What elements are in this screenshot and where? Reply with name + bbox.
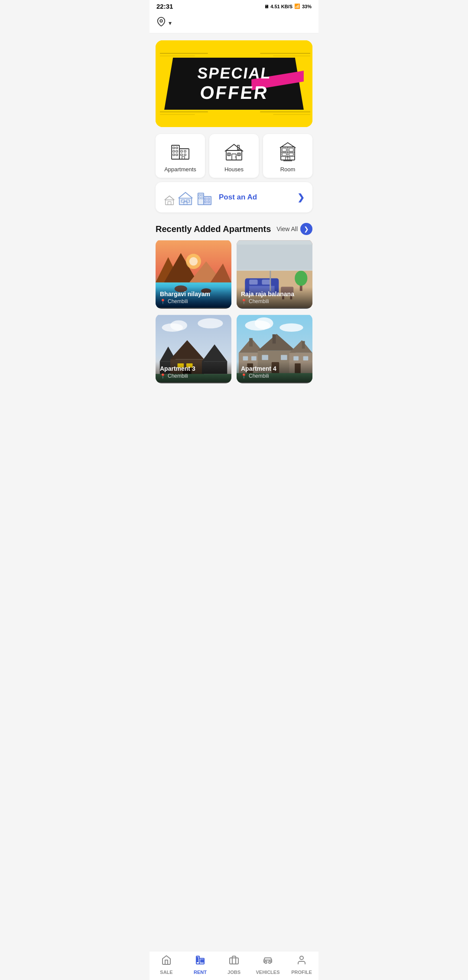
location-pin-icon xyxy=(156,17,166,29)
category-room[interactable]: Room xyxy=(263,134,312,178)
svg-point-92 xyxy=(295,271,307,286)
tall-building-icon xyxy=(195,188,214,206)
category-section: Appartments xyxy=(150,134,318,178)
svg-point-98 xyxy=(198,318,223,328)
apt-location-4: 📍 Chembili xyxy=(241,373,308,379)
apt-location-1: 📍 Chembili xyxy=(160,298,227,304)
status-icons: 🖥 4.51 KB/S 📶 33% xyxy=(264,3,312,9)
svg-rect-120 xyxy=(273,334,276,343)
svg-rect-26 xyxy=(226,150,242,160)
svg-point-112 xyxy=(280,323,303,332)
location-icon-2: 📍 xyxy=(241,299,247,304)
svg-rect-40 xyxy=(282,148,286,151)
svg-point-71 xyxy=(189,257,198,265)
svg-rect-46 xyxy=(166,200,174,205)
apt-location-text-2: Chembili xyxy=(249,298,269,304)
svg-rect-17 xyxy=(176,150,178,152)
recently-added-header: Recently Added Apartments View All ❯ xyxy=(150,217,318,239)
apt-name-2: Raja raja balanana xyxy=(241,291,308,297)
medium-house-icon xyxy=(177,190,194,206)
houses-label: Houses xyxy=(224,166,244,173)
svg-rect-19 xyxy=(176,154,178,156)
post-ad-label: Post an Ad xyxy=(219,193,292,202)
location-icon-3: 📍 xyxy=(160,373,166,379)
apt-location-2: 📍 Chembili xyxy=(241,298,308,304)
svg-rect-42 xyxy=(282,153,286,156)
view-all-button[interactable]: View All ❯ xyxy=(276,223,312,235)
svg-rect-41 xyxy=(289,148,293,151)
apt-name-1: Bhargavi nilayam xyxy=(160,291,227,297)
svg-point-0 xyxy=(160,20,162,22)
apt-card-4-overlay: Apartment 4 📍 Chembili xyxy=(237,362,312,383)
apt-card-3-overlay: Apartment 3 📍 Chembili xyxy=(156,362,231,383)
small-house-icon xyxy=(163,194,176,206)
svg-rect-53 xyxy=(204,196,211,205)
apartment-card-2[interactable]: Raja raja balanana 📍 Chembili xyxy=(237,239,312,309)
location-icon-1: 📍 xyxy=(160,299,166,304)
post-ad-icons xyxy=(163,188,214,206)
banner-offer-text: OFFER xyxy=(197,82,272,103)
status-time: 22:31 xyxy=(156,3,173,10)
apartment-grid: Bhargavi nilayam 📍 Chembili xyxy=(150,239,318,388)
svg-rect-124 xyxy=(262,355,268,360)
monitor-icon: 🖥 xyxy=(264,4,269,9)
banner-special-text: SPECIAL xyxy=(197,64,271,82)
svg-rect-122 xyxy=(243,356,248,361)
apartment-card-1[interactable]: Bhargavi nilayam 📍 Chembili xyxy=(156,239,231,309)
apartments-label: Appartments xyxy=(164,166,196,173)
speed-indicator: 4.51 KB/S xyxy=(270,4,292,9)
svg-rect-84 xyxy=(249,280,257,285)
apt-name-4: Apartment 4 xyxy=(241,365,308,372)
svg-rect-127 xyxy=(303,356,309,361)
apt-location-text-4: Chembili xyxy=(249,373,269,379)
location-bar[interactable]: ▾ xyxy=(150,13,318,33)
apt-card-1-overlay: Bhargavi nilayam 📍 Chembili xyxy=(156,287,231,309)
category-houses[interactable]: Houses xyxy=(209,134,259,178)
room-label: Room xyxy=(280,166,296,173)
wifi-icon: 📶 xyxy=(294,3,300,9)
status-bar: 22:31 🖥 4.51 KB/S 📶 33% xyxy=(150,0,318,13)
svg-rect-43 xyxy=(289,153,293,156)
apartment-card-4[interactable]: Apartment 4 📍 Chembili xyxy=(237,314,312,383)
svg-rect-18 xyxy=(173,154,175,156)
post-ad-section[interactable]: Post an Ad ❯ xyxy=(156,182,312,212)
svg-rect-123 xyxy=(251,356,257,361)
room-icon xyxy=(277,141,298,162)
special-offer-banner: SPECIAL OFFER xyxy=(156,40,312,127)
view-all-arrow-icon: ❯ xyxy=(304,225,309,232)
location-icon-4: 📍 xyxy=(241,373,247,379)
svg-point-111 xyxy=(255,317,273,329)
svg-rect-126 xyxy=(293,356,299,361)
houses-icon xyxy=(224,141,244,162)
svg-rect-23 xyxy=(184,154,186,156)
post-ad-arrow-icon: ❯ xyxy=(297,192,305,203)
category-apartments[interactable]: Appartments xyxy=(156,134,205,178)
apt-card-2-overlay: Raja raja balanana 📍 Chembili xyxy=(237,287,312,309)
svg-rect-20 xyxy=(181,150,182,152)
view-all-label: View All xyxy=(276,225,298,232)
svg-rect-94 xyxy=(237,245,312,270)
svg-point-97 xyxy=(170,320,187,330)
svg-rect-16 xyxy=(173,150,175,152)
svg-rect-21 xyxy=(184,150,186,152)
svg-rect-121 xyxy=(302,341,305,349)
svg-rect-85 xyxy=(262,280,270,285)
svg-rect-125 xyxy=(281,355,287,360)
battery-indicator: 33% xyxy=(302,4,312,9)
apartment-card-3[interactable]: Apartment 3 📍 Chembili xyxy=(156,314,231,383)
svg-rect-119 xyxy=(249,338,253,346)
svg-rect-15 xyxy=(176,147,178,149)
chevron-down-icon: ▾ xyxy=(169,20,172,26)
svg-point-35 xyxy=(235,157,236,157)
view-all-circle-button[interactable]: ❯ xyxy=(300,223,312,235)
section-title: Recently Added Apartments xyxy=(156,224,271,234)
apt-location-3: 📍 Chembili xyxy=(160,373,227,379)
apt-location-text-1: Chembili xyxy=(168,298,188,304)
apt-name-3: Apartment 3 xyxy=(160,365,227,372)
apartments-icon xyxy=(170,141,191,162)
svg-rect-22 xyxy=(181,154,182,156)
svg-rect-14 xyxy=(173,147,175,149)
apt-location-text-3: Chembili xyxy=(168,373,188,379)
svg-rect-47 xyxy=(168,202,171,205)
